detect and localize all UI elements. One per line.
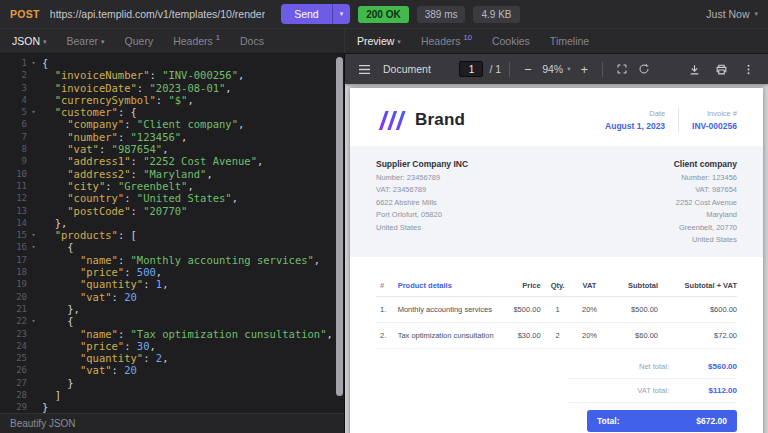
- column-header: Subtotal + VAT: [658, 275, 737, 297]
- table-body: 1.Monthly accounting services$500.00120%…: [376, 297, 737, 349]
- line-number-gutter: 29: [0, 401, 42, 413]
- line-number-gutter: 3: [0, 82, 42, 94]
- rotate-button[interactable]: [633, 58, 655, 80]
- column-header: Price: [494, 275, 541, 297]
- editor-line[interactable]: 28 ]: [0, 389, 344, 401]
- address-line: VAT: 23456789: [376, 185, 468, 194]
- editor-line[interactable]: 6 "company": "Client company",: [0, 118, 344, 130]
- editor-line[interactable]: 25 "quantity": 2,: [0, 352, 344, 364]
- send-options-dropdown[interactable]: ▾: [332, 4, 351, 24]
- scrollbar-thumb[interactable]: [336, 57, 343, 396]
- send-button[interactable]: Send ▾: [281, 4, 350, 24]
- editor-line[interactable]: 5▾ "customer": {: [0, 106, 344, 118]
- code-text: "quantity": 2,: [42, 352, 168, 364]
- column-header: Subtotal: [604, 275, 658, 297]
- http-method: POST: [10, 8, 40, 20]
- print-icon: [715, 63, 728, 76]
- menu-icon: [358, 64, 371, 75]
- column-header: VAT: [571, 275, 604, 297]
- editor-line[interactable]: 9 "address1": "2252 Cost Avenue",: [0, 155, 344, 167]
- editor-line[interactable]: 14 },: [0, 217, 344, 229]
- totals-row: Net total:$560.00: [567, 355, 737, 379]
- fold-caret-icon[interactable]: ▾: [30, 241, 37, 253]
- editor-line[interactable]: 20 "vat": 20: [0, 291, 344, 303]
- fold-caret-icon[interactable]: ▾: [30, 106, 37, 118]
- pdf-viewport[interactable]: Brand Date August 1, 2023 Invoice # INV-…: [345, 84, 768, 433]
- sidebar-toggle-button[interactable]: [353, 58, 375, 80]
- request-tab-query[interactable]: Query: [125, 35, 154, 47]
- response-time-badge: 389 ms: [417, 6, 466, 23]
- request-tab-docs[interactable]: Docs: [240, 35, 264, 47]
- request-tab-json[interactable]: JSON▾: [12, 35, 47, 47]
- editor-line[interactable]: 23 "name": "Tax optimization cunsultatio…: [0, 328, 344, 340]
- tab-label: Timeline: [550, 35, 589, 47]
- date-label: Date: [605, 109, 665, 118]
- editor-line[interactable]: 1▾{: [0, 57, 344, 69]
- total-value: $112.00: [685, 386, 737, 395]
- history-dropdown[interactable]: Just Now ▾: [706, 8, 758, 20]
- code-text: }: [42, 401, 48, 413]
- request-tab-headers[interactable]: Headers1: [173, 35, 220, 47]
- code-text: "address1": "2252 Cost Avenue",: [42, 155, 263, 167]
- response-tab-timeline[interactable]: Timeline: [550, 35, 589, 47]
- address-line: 2252 Cost Avenue: [674, 198, 737, 207]
- editor-line[interactable]: 24 "price": 30,: [0, 340, 344, 352]
- date-value: August 1, 2023: [605, 121, 665, 131]
- editor-line[interactable]: 15▾ "products": [: [0, 229, 344, 241]
- editor-line[interactable]: 17 "name": "Monthly accounting services"…: [0, 254, 344, 266]
- editor-line[interactable]: 21 },: [0, 303, 344, 315]
- code-text: "company": "Client company",: [42, 118, 244, 130]
- table-cell: $72.00: [658, 323, 737, 349]
- fold-caret-icon[interactable]: ▾: [30, 57, 37, 69]
- tab-bar: JSON▾Bearer▾QueryHeaders1Docs Preview▾He…: [0, 28, 768, 54]
- editor-line[interactable]: 18 "price": 500,: [0, 266, 344, 278]
- zoom-in-button[interactable]: +: [574, 58, 594, 80]
- editor-line[interactable]: 13 "postCode": "20770": [0, 205, 344, 217]
- editor-line[interactable]: 4 "currencySymbol": "$",: [0, 94, 344, 106]
- editor-line[interactable]: 27 }: [0, 377, 344, 389]
- editor-line[interactable]: 10 "address2": "Maryland",: [0, 168, 344, 180]
- editor-line[interactable]: 3 "invoiceDate": "2023-08-01",: [0, 82, 344, 94]
- response-tab-preview[interactable]: Preview▾: [357, 35, 401, 47]
- address-line: Maryland: [674, 210, 737, 219]
- code-text: "vat": "987654",: [42, 143, 168, 155]
- request-url-input[interactable]: https://api.templid.com/v1/templates/10/…: [50, 8, 265, 20]
- response-tab-headers[interactable]: Headers10: [421, 35, 472, 47]
- code-text: },: [42, 303, 80, 315]
- code-text: },: [42, 217, 67, 229]
- page-number-input[interactable]: [459, 61, 483, 77]
- zoom-out-button[interactable]: −: [518, 58, 538, 80]
- editor-line[interactable]: 22▾ {: [0, 315, 344, 327]
- editor-line[interactable]: 29}: [0, 401, 344, 413]
- editor-line[interactable]: 26 "vat": 20: [0, 364, 344, 376]
- zoom-level-dropdown[interactable]: 94% ▾: [542, 63, 570, 75]
- more-options-button[interactable]: [738, 58, 760, 80]
- editor-line[interactable]: 7 "number": "123456",: [0, 131, 344, 143]
- fold-caret-icon[interactable]: ▾: [30, 229, 37, 241]
- table-cell: 1: [541, 297, 571, 323]
- response-tab-cookies[interactable]: Cookies: [492, 35, 530, 47]
- download-button[interactable]: [684, 58, 706, 80]
- pdf-toolbar-center: / 1 − 94% ▾ +: [459, 58, 655, 80]
- print-button[interactable]: [711, 58, 733, 80]
- code-text: "address2": "Maryland",: [42, 168, 213, 180]
- json-editor[interactable]: 1▾{2 "invoiceNumber": "INV-000256",3 "in…: [0, 54, 344, 413]
- request-tab-bearer[interactable]: Bearer▾: [67, 35, 105, 47]
- beautify-json-button[interactable]: Beautify JSON: [0, 413, 344, 433]
- editor-line[interactable]: 8 "vat": "987654",: [0, 143, 344, 155]
- line-number-gutter: 6: [0, 118, 42, 130]
- fit-page-button[interactable]: [611, 58, 633, 80]
- editor-scrollbar[interactable]: [336, 57, 343, 410]
- tab-label: Preview: [357, 35, 394, 47]
- parties-section: Supplier Company INC Number: 23456789VAT…: [350, 146, 763, 257]
- editor-line[interactable]: 12 "country": "United States",: [0, 192, 344, 204]
- editor-line[interactable]: 19 "quantity": 1,: [0, 278, 344, 290]
- total-label: Net total:: [639, 362, 669, 371]
- code-text: "name": "Monthly accounting services",: [42, 254, 320, 266]
- editor-line[interactable]: 2 "invoiceNumber": "INV-000256",: [0, 69, 344, 81]
- request-bar: POST https://api.templid.com/v1/template…: [0, 0, 768, 28]
- line-number-gutter: 1▾: [0, 57, 42, 69]
- fold-caret-icon[interactable]: ▾: [30, 315, 37, 327]
- editor-line[interactable]: 16▾ {: [0, 241, 344, 253]
- editor-line[interactable]: 11 "city": "Greenbelt",: [0, 180, 344, 192]
